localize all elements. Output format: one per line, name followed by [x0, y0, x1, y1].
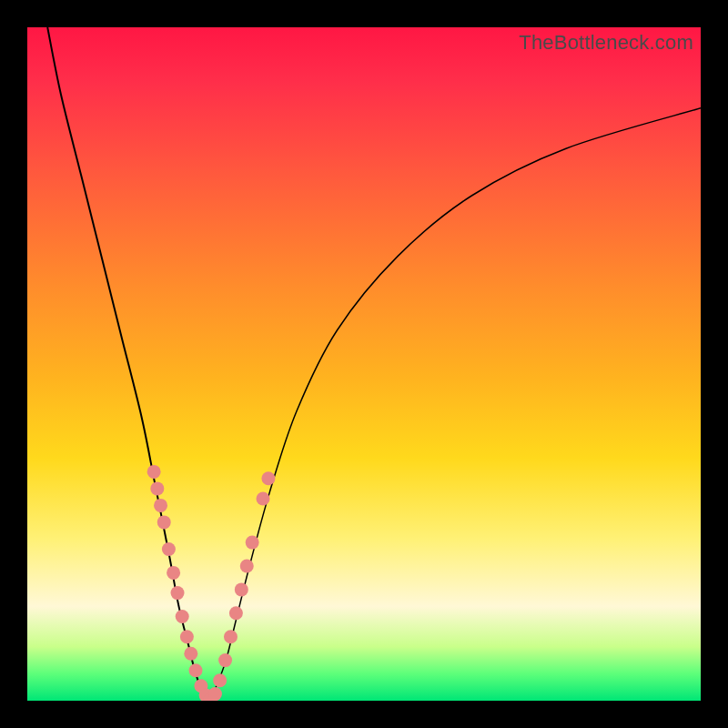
- data-marker: [167, 566, 180, 580]
- data-marker: [180, 630, 194, 643]
- data-marker: [147, 465, 161, 479]
- data-marker: [246, 536, 259, 550]
- data-marker: [208, 687, 222, 701]
- data-marker: [189, 663, 203, 677]
- data-marker: [218, 653, 232, 667]
- data-marker: [261, 471, 275, 485]
- right-curve: [209, 108, 701, 701]
- plot-area: TheBottleneck.com: [27, 27, 701, 701]
- data-marker: [235, 582, 248, 596]
- data-marker: [224, 630, 238, 643]
- data-marker: [229, 606, 243, 620]
- data-marker: [157, 515, 171, 529]
- data-marker: [150, 481, 164, 495]
- chart-svg: [27, 27, 701, 701]
- marker-group: [147, 465, 276, 701]
- data-marker: [154, 499, 167, 512]
- chart-frame: TheBottleneck.com: [0, 0, 728, 728]
- data-marker: [184, 647, 197, 661]
- data-marker: [240, 560, 254, 573]
- data-marker: [213, 673, 227, 687]
- data-marker: [162, 542, 176, 556]
- data-marker: [176, 610, 189, 623]
- data-marker: [171, 586, 185, 600]
- data-marker: [257, 492, 270, 506]
- left-curve: [47, 27, 209, 701]
